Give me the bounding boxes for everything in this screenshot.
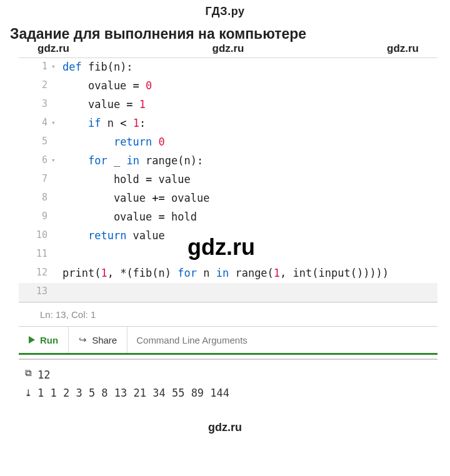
- line-number: 11: [19, 245, 51, 259]
- line-number: 12: [19, 264, 51, 278]
- code-line[interactable]: 2 ovalue = 0: [19, 77, 438, 96]
- share-label: Share: [92, 335, 117, 345]
- code-line[interactable]: 7 hold = value: [19, 171, 438, 189]
- run-label: Run: [40, 335, 58, 345]
- watermark-bottom: gdz.ru: [0, 402, 450, 440]
- fold-icon[interactable]: ▾: [51, 114, 59, 127]
- code-text[interactable]: for _ in range(n):: [59, 152, 203, 167]
- watermark: gdz.ru: [212, 42, 244, 55]
- line-number: 3: [19, 96, 51, 109]
- watermark: gdz.ru: [387, 42, 419, 55]
- code-line[interactable]: 13: [19, 283, 438, 302]
- code-text[interactable]: value += ovalue: [59, 189, 209, 204]
- line-number: 13: [19, 283, 51, 297]
- output-result-line: 1 1 2 3 5 8 13 21 34 55 89 144: [38, 384, 229, 402]
- code-line[interactable]: 6 ▾ for _ in range(n):: [19, 152, 438, 171]
- play-icon: [29, 336, 35, 344]
- code-text[interactable]: if n < 1:: [59, 114, 146, 129]
- line-number: 6: [19, 152, 51, 166]
- code-text[interactable]: ovalue = 0: [59, 77, 152, 92]
- line-number: 1: [19, 58, 51, 72]
- code-text[interactable]: return value: [59, 227, 165, 242]
- line-number: 7: [19, 171, 51, 184]
- line-number: 4: [19, 114, 51, 128]
- code-text[interactable]: value = 1: [59, 96, 146, 111]
- code-text[interactable]: hold = value: [59, 171, 191, 186]
- code-text[interactable]: return 0: [59, 133, 165, 148]
- code-text[interactable]: print(1, *(fib(n) for n in range(1, int(…: [59, 264, 389, 279]
- download-icon[interactable]: ⤓: [24, 387, 32, 399]
- watermark-row: gdz.ru gdz.ru gdz.ru: [0, 42, 450, 57]
- share-button[interactable]: ↪ Share: [69, 327, 128, 353]
- line-number: 9: [19, 208, 51, 222]
- share-icon: ↪: [79, 334, 87, 345]
- code-text[interactable]: ovalue = hold: [59, 208, 197, 223]
- code-text[interactable]: [59, 283, 62, 285]
- code-line[interactable]: 11: [19, 245, 438, 264]
- run-button[interactable]: Run: [19, 327, 69, 353]
- cli-args-input[interactable]: [128, 327, 438, 353]
- line-number: 10: [19, 227, 51, 240]
- task-heading: Задание для выполнения на компьютере: [0, 21, 450, 42]
- copy-icon[interactable]: ⧉: [25, 367, 32, 379]
- code-text[interactable]: [59, 245, 62, 248]
- fold-icon[interactable]: ▾: [51, 58, 59, 71]
- code-line[interactable]: 12 print(1, *(fib(n) for n in range(1, i…: [19, 264, 438, 283]
- fold-icon[interactable]: ▾: [51, 152, 59, 164]
- code-line[interactable]: 3 value = 1: [19, 96, 438, 114]
- output-panel: ⧉ ⤓ 12 1 1 2 3 5 8 13 21 34 55 89 144: [19, 359, 438, 402]
- code-line[interactable]: 9 ovalue = hold: [19, 208, 438, 227]
- line-number: 5: [19, 133, 51, 147]
- code-line[interactable]: 8 value += ovalue: [19, 189, 438, 208]
- output-input-line: 12: [38, 366, 229, 384]
- code-line[interactable]: 4 ▾ if n < 1:: [19, 114, 438, 133]
- brand-top: ГДЗ.ру: [0, 0, 450, 21]
- line-number: 8: [19, 189, 51, 203]
- toolbar: Run ↪ Share: [19, 326, 438, 355]
- code-editor[interactable]: 1 ▾ def fib(n): 2 ovalue = 0 3 value = 1…: [19, 57, 438, 302]
- status-bar: Ln: 13, Col: 1: [19, 302, 438, 326]
- watermark: gdz.ru: [38, 42, 69, 55]
- code-line[interactable]: 5 return 0: [19, 133, 438, 152]
- code-line[interactable]: 1 ▾ def fib(n):: [19, 58, 438, 77]
- code-line[interactable]: 10 return value: [19, 227, 438, 245]
- code-text[interactable]: def fib(n):: [59, 58, 133, 73]
- line-number: 2: [19, 77, 51, 91]
